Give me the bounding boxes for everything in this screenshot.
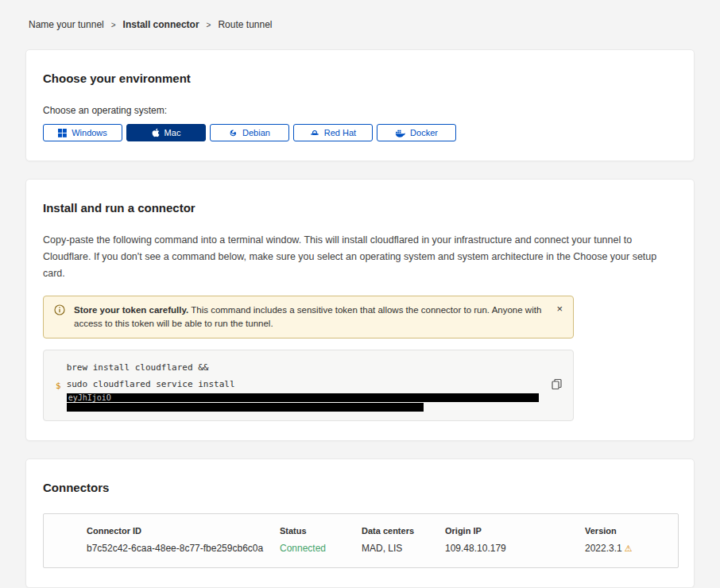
install-card-title: Install and run a connector xyxy=(43,201,677,215)
os-button-group: Windows Mac Debian Red Hat xyxy=(43,124,677,141)
os-button-mac[interactable]: Mac xyxy=(126,124,206,141)
status-badge: Connected xyxy=(280,543,362,554)
install-card-description: Copy-paste the following command into a … xyxy=(43,232,675,282)
column-header-data-centers: Data centers xyxy=(362,526,445,536)
column-header-origin-ip: Origin IP xyxy=(445,526,585,536)
connectors-card-title: Connectors xyxy=(43,481,677,494)
choose-environment-card: Choose your environment Choose an operat… xyxy=(25,49,695,161)
breadcrumb-step-route-tunnel[interactable]: Route tunnel xyxy=(218,19,272,30)
shell-prompt: $ xyxy=(56,381,61,391)
windows-icon xyxy=(58,129,67,137)
token-prefix: eyJhIjoiO xyxy=(68,393,111,402)
command-line-1: brew install cloudflared && xyxy=(67,359,541,376)
version-value: 2022.3.1⚠ xyxy=(585,543,670,554)
os-button-windows[interactable]: Windows xyxy=(43,124,122,141)
docker-icon xyxy=(395,129,405,137)
apple-icon xyxy=(152,128,160,137)
os-select-label: Choose an operating system: xyxy=(43,105,677,116)
connector-id-value: b7c52c42-6caa-48ee-8c77-fbe259cb6c0a xyxy=(87,543,280,554)
os-button-debian[interactable]: Debian xyxy=(210,124,289,141)
os-button-label: Windows xyxy=(72,128,107,137)
environment-card-title: Choose your environment xyxy=(43,72,677,85)
breadcrumb-step-name-your-tunnel[interactable]: Name your tunnel xyxy=(29,19,104,30)
warning-triangle-icon: ⚠ xyxy=(625,544,633,553)
origin-ip-value: 109.48.10.179 xyxy=(445,543,585,554)
tunnel-setup-page: Name your tunnel > Install connector > R… xyxy=(0,0,720,588)
os-button-label: Mac xyxy=(165,128,181,137)
redacted-token-line-1: eyJhIjoiO xyxy=(67,393,539,402)
os-button-redhat[interactable]: Red Hat xyxy=(293,124,373,141)
os-button-label: Docker xyxy=(410,128,438,137)
info-icon xyxy=(54,304,65,319)
data-centers-value: MAD, LIS xyxy=(362,543,445,554)
os-button-label: Debian xyxy=(242,128,270,137)
command-line-2: sudo cloudflared service install xyxy=(67,376,541,393)
breadcrumb: Name your tunnel > Install connector > R… xyxy=(29,19,695,30)
redacted-token-line-2 xyxy=(67,403,424,412)
token-warning-alert: Store your token carefully. This command… xyxy=(43,296,574,338)
alert-bold-text: Store your token carefully. xyxy=(74,305,188,315)
install-command-codeblock: $ brew install cloudflared && sudo cloud… xyxy=(43,350,574,421)
command-lines: brew install cloudflared && sudo cloudfl… xyxy=(67,359,541,412)
breadcrumb-separator: > xyxy=(111,21,116,29)
os-button-label: Red Hat xyxy=(324,128,356,137)
os-button-docker[interactable]: Docker xyxy=(377,124,456,141)
close-icon[interactable]: × xyxy=(556,303,563,315)
connectors-table: Connector ID Status Data centers Origin … xyxy=(43,513,679,568)
copy-icon[interactable] xyxy=(550,377,563,394)
debian-icon xyxy=(229,129,238,137)
redhat-icon xyxy=(310,129,319,137)
install-connector-card: Install and run a connector Copy-paste t… xyxy=(25,179,695,441)
connectors-card: Connectors Connector ID Status Data cent… xyxy=(25,458,695,588)
breadcrumb-separator: > xyxy=(207,21,211,29)
column-header-status: Status xyxy=(280,526,362,536)
column-header-connector-id: Connector ID xyxy=(87,526,280,536)
breadcrumb-step-install-connector[interactable]: Install connector xyxy=(123,19,199,30)
column-header-version: Version xyxy=(585,526,670,536)
